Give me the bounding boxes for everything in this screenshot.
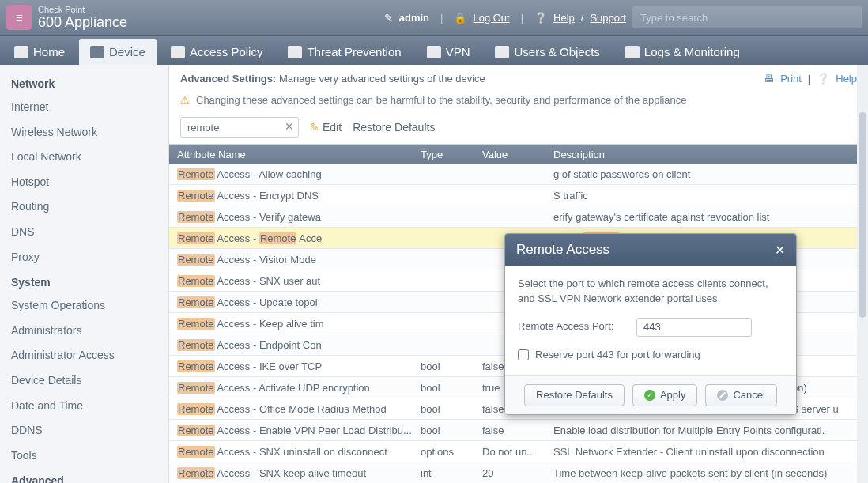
sidebar-item-admins[interactable]: Administrators [0, 319, 168, 344]
dialog-titlebar[interactable]: Remote Access ✕ [505, 234, 796, 266]
check-icon: ✓ [644, 390, 655, 401]
reserve-port-label: Reserve port 443 for port forwarding [535, 348, 700, 363]
users-icon [495, 46, 509, 58]
table-row[interactable]: Remote Access - SNX uninstall on disconn… [169, 441, 868, 462]
content-area: Advanced Settings: Manage very advanced … [169, 65, 868, 483]
sidebar-item-date-time[interactable]: Date and Time [0, 394, 168, 419]
sidebar-item-tools[interactable]: Tools [0, 443, 168, 469]
sidebar-item-internet[interactable]: Internet [0, 95, 168, 120]
apply-button[interactable]: ✓Apply [632, 384, 698, 406]
device-icon [90, 46, 104, 58]
help-link[interactable]: Help [553, 12, 575, 24]
sidebar-item-sys-ops[interactable]: System Operations [0, 293, 168, 319]
nav-users[interactable]: Users & Objects [484, 39, 610, 65]
support-link[interactable]: Support [590, 12, 626, 24]
brand-bottom: 600 Appliance [38, 14, 127, 31]
sidebar-group-system: System [0, 270, 168, 293]
sidebar-item-wireless[interactable]: Wireless Network [0, 120, 168, 145]
sidebar-item-ddns[interactable]: DDNS [0, 418, 168, 443]
print-link[interactable]: Print [780, 73, 802, 85]
shield-icon [288, 46, 302, 58]
brand-logo: ☰ [6, 5, 32, 30]
pencil-icon: ✎ [384, 12, 393, 24]
table-row[interactable]: Remote Access - Allow cachingg of static… [169, 164, 868, 185]
col-description[interactable]: Description [553, 149, 868, 160]
remote-access-port-input[interactable] [636, 318, 752, 337]
reserve-port-checkbox[interactable] [518, 349, 529, 360]
nav-logs[interactable]: Logs & Monitoring [614, 39, 751, 65]
lock-icon: 🔒 [454, 12, 466, 24]
help-page-link[interactable]: Help [836, 73, 857, 85]
page-subtitle: Manage very advanced settings of the dev… [276, 73, 485, 85]
port-label: Remote Access Port: [518, 319, 628, 334]
col-value[interactable]: Value [482, 149, 553, 160]
clear-filter-icon[interactable]: ✕ [285, 120, 294, 133]
col-type[interactable]: Type [421, 149, 482, 160]
vpn-icon [427, 46, 441, 58]
sidebar: Network Internet Wireless Network Local … [0, 65, 169, 483]
top-right: ✎ admin 🔒 Log Out ❔ Help / Support [384, 6, 862, 28]
sidebar-item-hotspot[interactable]: Hotspot [0, 170, 168, 195]
filter-input[interactable] [180, 117, 299, 138]
nav-vpn[interactable]: VPN [416, 39, 481, 65]
restore-defaults-button[interactable]: Restore Defaults [524, 384, 625, 406]
sidebar-item-dns[interactable]: DNS [0, 220, 168, 245]
restore-defaults-link[interactable]: Restore Defaults [353, 121, 435, 134]
sidebar-item-local-network[interactable]: Local Network [0, 145, 168, 170]
table-row[interactable]: Remote Access - Encrypt DNSS traffic [169, 185, 868, 206]
main-nav: Home Device Access Policy Threat Prevent… [0, 35, 868, 65]
global-search-input[interactable] [632, 6, 862, 28]
sidebar-group-advanced: Advanced [0, 468, 168, 483]
help-icon: ❔ [817, 73, 829, 85]
close-icon[interactable]: ✕ [775, 243, 785, 258]
pencil-icon: ✎ [310, 121, 319, 134]
current-user: admin [399, 12, 429, 24]
access-icon [171, 46, 185, 58]
dialog-description: Select the port to which remote access c… [518, 277, 783, 307]
nav-access-policy[interactable]: Access Policy [160, 39, 274, 65]
cancel-button[interactable]: Cancel [705, 384, 776, 406]
sidebar-item-routing[interactable]: Routing [0, 194, 168, 220]
cancel-icon [717, 390, 728, 401]
table-row[interactable]: Remote Access - Verify gatewaerify gatew… [169, 206, 868, 228]
sidebar-item-admin-access[interactable]: Administrator Access [0, 343, 168, 368]
grid-header: Attribute Name Type Value Description [169, 145, 868, 164]
warning-banner: ⚠ Changing these advanced settings can b… [169, 89, 868, 114]
warning-text: Changing these advanced settings can be … [196, 94, 687, 106]
top-bar: ☰ Check Point 600 Appliance ✎ admin 🔒 Lo… [0, 0, 868, 35]
scroll-thumb[interactable] [859, 112, 866, 318]
logs-icon [625, 46, 640, 58]
nav-home[interactable]: Home [3, 39, 76, 65]
col-attribute[interactable]: Attribute Name [169, 149, 421, 160]
brand-text: Check Point 600 Appliance [38, 5, 127, 31]
nav-device[interactable]: Device [79, 39, 157, 65]
help-icon: ❔ [534, 12, 547, 24]
warning-icon: ⚠ [180, 94, 190, 106]
vertical-scrollbar[interactable] [857, 65, 868, 483]
table-row[interactable]: Remote Access - Enable VPN Peer Load Dis… [169, 420, 868, 441]
print-icon: 🖶 [764, 73, 774, 85]
remote-access-dialog: Remote Access ✕ Select the port to which… [504, 233, 797, 415]
dialog-title: Remote Access [516, 242, 609, 258]
logout-link[interactable]: Log Out [473, 12, 509, 24]
sidebar-item-proxy[interactable]: Proxy [0, 245, 168, 270]
sidebar-item-device-details[interactable]: Device Details [0, 368, 168, 394]
home-icon [14, 46, 28, 58]
page-title: Advanced Settings: [180, 73, 276, 85]
nav-threat-prevention[interactable]: Threat Prevention [277, 39, 412, 65]
edit-button[interactable]: ✎Edit [310, 121, 342, 134]
table-row[interactable]: Remote Access - SNX keep alive timeoutin… [169, 462, 868, 483]
brand-top: Check Point [38, 5, 127, 14]
sidebar-group-network: Network [0, 71, 168, 95]
